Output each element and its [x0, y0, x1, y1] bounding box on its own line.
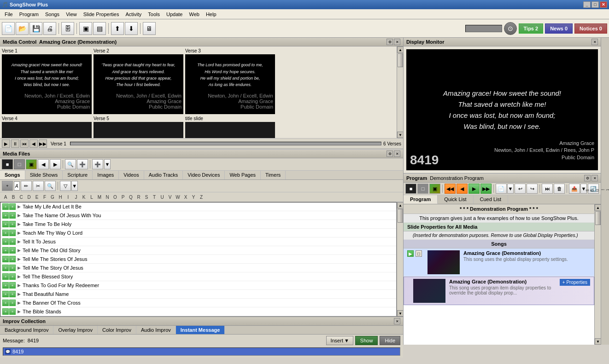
song-add-btn-3[interactable]: + [2, 230, 9, 236]
song-queue-btn-8[interactable]: + [9, 273, 16, 280]
alpha-q[interactable]: Q [127, 193, 135, 201]
alpha-s[interactable]: S [143, 193, 150, 201]
menu-file[interactable]: File [2, 11, 16, 18]
prog-next-green-button[interactable]: ▶ [468, 184, 480, 194]
tab-timers[interactable]: Timers [261, 171, 286, 179]
prog-black-button[interactable]: ■ [405, 184, 416, 194]
prev-button[interactable]: ◀ [29, 139, 38, 148]
alpha-k[interactable]: K [80, 193, 88, 201]
slide-thumb-3[interactable]: The Lord has promised good to me,His Wor… [185, 54, 275, 114]
scroll-down-button[interactable]: ▼ [397, 132, 403, 138]
song-item-4[interactable]: + + ▶ Tell It To Jesus [0, 237, 396, 246]
song-queue-btn-12[interactable]: + [9, 308, 16, 315]
alpha-m[interactable]: M [96, 193, 103, 201]
dm-close-button[interactable]: ✕ [591, 39, 598, 45]
tab-songs[interactable]: Songs [0, 171, 25, 179]
song-queue-btn-10[interactable]: + [9, 291, 16, 297]
tab-color-improv[interactable]: Color Improv [98, 326, 136, 334]
alpha-t[interactable]: T [151, 193, 158, 201]
prog-insert-button[interactable]: 📄 [496, 184, 507, 194]
prog-prev-orange-button[interactable]: ◀ [457, 184, 468, 194]
alpha-y[interactable]: Y [190, 193, 197, 201]
mc-close-button[interactable]: ✕ [394, 39, 400, 45]
song-add-btn-9[interactable]: + [2, 282, 9, 289]
view-next-button[interactable]: ▶ [50, 159, 61, 169]
alpha-h[interactable]: H [57, 193, 64, 201]
alpha-d[interactable]: D [25, 193, 33, 201]
prog-song-item-1[interactable]: ▶ □ Amazing Grace (Demonstration) This s… [404, 248, 594, 277]
play-button[interactable]: ▶ [2, 139, 10, 148]
song-add-btn-0[interactable]: + [2, 203, 9, 210]
alpha-i[interactable]: I [64, 193, 72, 201]
alpha-p[interactable]: P [119, 193, 127, 201]
prog-gray-button[interactable]: □ [417, 184, 428, 194]
save-button[interactable]: 💾 [29, 22, 42, 35]
song-queue-btn-2[interactable]: + [9, 221, 16, 227]
alpha-a[interactable]: A [2, 193, 9, 201]
song-add-btn-12[interactable]: + [2, 308, 9, 315]
prog-scroll-up[interactable]: ▲ [595, 204, 601, 211]
song-item-5[interactable]: + + ▶ Tell Me The Old Old Story [0, 246, 396, 255]
song-add-btn-2[interactable]: + [2, 221, 9, 227]
tab-slide-shows[interactable]: Slide Shows [25, 171, 63, 179]
prog-export-button[interactable]: 📤 [569, 184, 580, 194]
filter-dropdown[interactable]: ▼ [71, 181, 78, 191]
song-item-8[interactable]: + + ▶ Tell The Blessed Story [0, 272, 396, 281]
tips-button[interactable]: Tips 2 [519, 23, 544, 34]
alpha-u[interactable]: U [158, 193, 166, 201]
icon-btn-2[interactable]: ▤ [93, 22, 106, 35]
song-queue-btn-3[interactable]: + [9, 230, 16, 236]
notices-button[interactable]: Notices 0 [574, 23, 607, 34]
song-item-11[interactable]: + + ▶ The Banner Of The Cross [0, 299, 396, 307]
alpha-l[interactable]: L [88, 193, 95, 201]
tab-instant-message[interactable]: Instant Message [176, 326, 225, 334]
song-queue-btn-7[interactable]: + [9, 265, 16, 271]
tab-scripture[interactable]: Scripture [63, 171, 93, 179]
menu-slide-properties[interactable]: Slide Properties [81, 11, 122, 18]
song-add-btn-8[interactable]: + [2, 273, 9, 280]
alpha-j[interactable]: J [72, 193, 80, 201]
import-button[interactable]: ⬆ [111, 22, 124, 35]
insert-button[interactable]: Insert ▼ [326, 336, 353, 345]
scroll-up-button[interactable]: ▲ [397, 46, 403, 53]
menu-tools[interactable]: Tools [145, 11, 163, 18]
db-button[interactable]: 🗄 [61, 22, 74, 35]
alpha-b[interactable]: B [10, 193, 17, 201]
menu-songs[interactable]: Songs [42, 11, 62, 18]
song-item-12[interactable]: + + ▶ The Bible Stands [0, 307, 396, 316]
tab-videos[interactable]: Videos [119, 171, 144, 179]
maximize-button[interactable]: □ [591, 1, 599, 8]
song-list-scrollbar[interactable]: ▲ ▼ [397, 202, 403, 317]
prog-insert-dropdown[interactable]: ▼ [507, 184, 514, 194]
minimize-button[interactable]: _ [583, 1, 591, 8]
tab-web-pages[interactable]: Web Pages [225, 171, 261, 179]
search-button[interactable]: 🔍 [65, 159, 76, 169]
song-add-btn-6[interactable]: + [2, 256, 9, 262]
prog-scroll-down[interactable]: ▼ [595, 338, 601, 345]
open-button[interactable]: 📂 [16, 22, 29, 35]
prog-settings-button[interactable]: ⚙ [584, 175, 591, 181]
display-button[interactable]: 🖥 [143, 22, 156, 35]
song-queue-btn-0[interactable]: + [9, 203, 16, 210]
song-item-10[interactable]: + + ▶ That Beautiful Name [0, 290, 396, 299]
mf-settings-button[interactable]: ⚙ [386, 150, 393, 157]
song-add-btn-4[interactable]: + [2, 238, 9, 245]
print-button[interactable]: 🖨 [43, 22, 56, 35]
alpha-w[interactable]: W [174, 193, 182, 201]
settings-sidebar[interactable]: Settings [601, 38, 609, 345]
menu-view[interactable]: View [63, 11, 80, 18]
song-item-3[interactable]: + + ▶ Teach Me Thy Way O Lord [0, 229, 396, 237]
prog-play-green[interactable]: ▶ [407, 250, 414, 257]
view-gray-button[interactable]: □ [14, 159, 25, 169]
alpha-o[interactable]: O [111, 193, 119, 201]
menu-activity[interactable]: Activity [123, 11, 144, 18]
tab-video-devices[interactable]: Video Devices [183, 171, 225, 179]
show-button[interactable]: Show [355, 336, 378, 345]
prog-scroll-thumb[interactable] [595, 211, 601, 225]
prog-skip-button[interactable]: ⏭ [542, 184, 553, 194]
song-item-6[interactable]: + + ▶ Tell Me The Stories Of Jesus [0, 255, 396, 264]
song-queue-btn-5[interactable]: + [9, 247, 16, 254]
song-item-1[interactable]: + + ▶ Take The Name Of Jesus With You [0, 211, 396, 220]
next-button[interactable]: ▶▶ [39, 139, 47, 148]
prog-close-button[interactable]: ✕ [591, 175, 598, 181]
